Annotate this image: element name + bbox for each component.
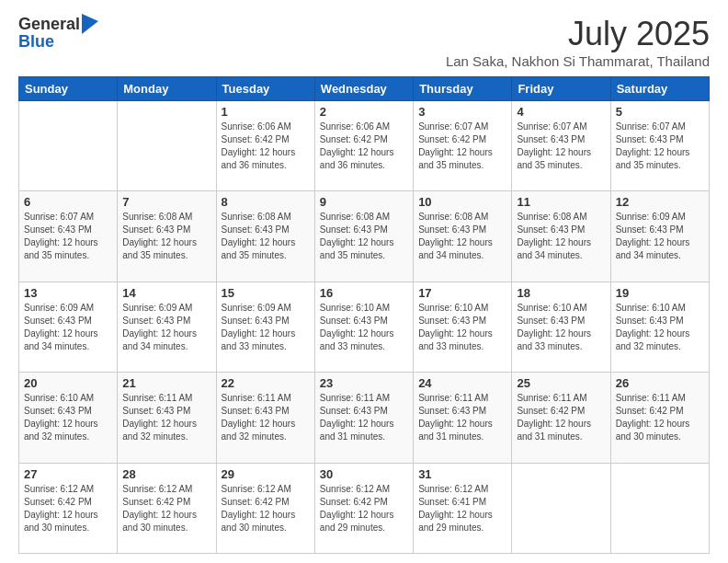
- day-number: 9: [320, 195, 408, 209]
- day-info: Sunrise: 6:06 AM Sunset: 6:42 PM Dayligh…: [222, 121, 310, 172]
- calendar-cell: 25Sunrise: 6:11 AM Sunset: 6:42 PM Dayli…: [512, 373, 610, 463]
- day-info: Sunrise: 6:10 AM Sunset: 6:43 PM Dayligh…: [320, 302, 408, 353]
- day-number: 12: [616, 195, 704, 209]
- day-info: Sunrise: 6:07 AM Sunset: 6:42 PM Dayligh…: [418, 121, 506, 172]
- weekday-header-thursday: Thursday: [414, 77, 512, 101]
- calendar-week-row: 20Sunrise: 6:10 AM Sunset: 6:43 PM Dayli…: [19, 373, 710, 463]
- weekday-header-sunday: Sunday: [19, 77, 118, 101]
- calendar-cell: 14Sunrise: 6:09 AM Sunset: 6:43 PM Dayli…: [118, 282, 216, 372]
- calendar-cell: [610, 463, 709, 553]
- calendar-cell: 6Sunrise: 6:07 AM Sunset: 6:43 PM Daylig…: [19, 191, 118, 282]
- weekday-header-friday: Friday: [512, 77, 610, 101]
- day-info: Sunrise: 6:10 AM Sunset: 6:43 PM Dayligh…: [418, 302, 506, 353]
- calendar-cell: 8Sunrise: 6:08 AM Sunset: 6:43 PM Daylig…: [216, 191, 314, 282]
- day-info: Sunrise: 6:07 AM Sunset: 6:43 PM Dayligh…: [517, 121, 605, 172]
- day-info: Sunrise: 6:09 AM Sunset: 6:43 PM Dayligh…: [24, 302, 112, 353]
- day-number: 6: [24, 195, 112, 209]
- day-info: Sunrise: 6:10 AM Sunset: 6:43 PM Dayligh…: [517, 302, 605, 353]
- calendar-cell: 13Sunrise: 6:09 AM Sunset: 6:43 PM Dayli…: [19, 282, 118, 372]
- calendar-cell: 21Sunrise: 6:11 AM Sunset: 6:43 PM Dayli…: [118, 373, 216, 463]
- calendar-cell: 7Sunrise: 6:08 AM Sunset: 6:43 PM Daylig…: [118, 191, 216, 282]
- day-number: 17: [418, 286, 506, 300]
- calendar-week-row: 27Sunrise: 6:12 AM Sunset: 6:42 PM Dayli…: [19, 463, 710, 553]
- calendar-table: SundayMondayTuesdayWednesdayThursdayFrid…: [18, 76, 710, 554]
- day-number: 20: [24, 376, 112, 390]
- day-number: 21: [122, 376, 210, 390]
- calendar-cell: 28Sunrise: 6:12 AM Sunset: 6:42 PM Dayli…: [118, 463, 216, 553]
- day-info: Sunrise: 6:12 AM Sunset: 6:42 PM Dayligh…: [320, 483, 408, 534]
- calendar-cell: 26Sunrise: 6:11 AM Sunset: 6:42 PM Dayli…: [610, 373, 709, 463]
- day-number: 13: [24, 286, 112, 300]
- calendar-cell: 18Sunrise: 6:10 AM Sunset: 6:43 PM Dayli…: [512, 282, 610, 372]
- calendar-week-row: 1Sunrise: 6:06 AM Sunset: 6:42 PM Daylig…: [19, 101, 710, 191]
- day-number: 2: [320, 105, 408, 119]
- calendar-cell: 17Sunrise: 6:10 AM Sunset: 6:43 PM Dayli…: [414, 282, 512, 372]
- day-number: 29: [222, 467, 310, 481]
- header: General Blue July 2025 Lan Saka, Nakhon …: [18, 15, 710, 69]
- day-info: Sunrise: 6:11 AM Sunset: 6:42 PM Dayligh…: [517, 392, 605, 443]
- day-number: 23: [320, 376, 408, 390]
- calendar-cell: 15Sunrise: 6:09 AM Sunset: 6:43 PM Dayli…: [216, 282, 314, 372]
- day-info: Sunrise: 6:06 AM Sunset: 6:42 PM Dayligh…: [320, 121, 408, 172]
- calendar-cell: [19, 101, 118, 191]
- day-number: 22: [222, 376, 310, 390]
- logo-blue-text: Blue: [18, 32, 98, 52]
- day-info: Sunrise: 6:08 AM Sunset: 6:43 PM Dayligh…: [320, 211, 408, 262]
- day-number: 10: [418, 195, 506, 209]
- calendar-cell: 22Sunrise: 6:11 AM Sunset: 6:43 PM Dayli…: [216, 373, 314, 463]
- calendar-cell: 2Sunrise: 6:06 AM Sunset: 6:42 PM Daylig…: [314, 101, 413, 191]
- calendar-cell: [512, 463, 610, 553]
- day-number: 4: [517, 105, 605, 119]
- calendar-cell: 16Sunrise: 6:10 AM Sunset: 6:43 PM Dayli…: [314, 282, 413, 372]
- weekday-header-saturday: Saturday: [610, 77, 709, 101]
- title-block: July 2025 Lan Saka, Nakhon Si Thammarat,…: [446, 15, 710, 69]
- day-info: Sunrise: 6:11 AM Sunset: 6:43 PM Dayligh…: [320, 392, 408, 443]
- day-number: 24: [418, 376, 506, 390]
- day-number: 31: [418, 467, 506, 481]
- day-info: Sunrise: 6:09 AM Sunset: 6:43 PM Dayligh…: [616, 211, 704, 262]
- day-info: Sunrise: 6:08 AM Sunset: 6:43 PM Dayligh…: [222, 211, 310, 262]
- day-number: 14: [122, 286, 210, 300]
- day-info: Sunrise: 6:08 AM Sunset: 6:43 PM Dayligh…: [418, 211, 506, 262]
- calendar-week-row: 13Sunrise: 6:09 AM Sunset: 6:43 PM Dayli…: [19, 282, 710, 372]
- month-title: July 2025: [446, 15, 710, 53]
- calendar-cell: 3Sunrise: 6:07 AM Sunset: 6:42 PM Daylig…: [414, 101, 512, 191]
- calendar-cell: 31Sunrise: 6:12 AM Sunset: 6:41 PM Dayli…: [414, 463, 512, 553]
- day-info: Sunrise: 6:12 AM Sunset: 6:41 PM Dayligh…: [418, 483, 506, 534]
- logo: General Blue: [18, 15, 98, 52]
- page: General Blue July 2025 Lan Saka, Nakhon …: [0, 0, 728, 563]
- calendar-cell: 5Sunrise: 6:07 AM Sunset: 6:43 PM Daylig…: [610, 101, 709, 191]
- day-info: Sunrise: 6:12 AM Sunset: 6:42 PM Dayligh…: [122, 483, 210, 534]
- logo-general-text: General: [18, 15, 80, 34]
- weekday-header-wednesday: Wednesday: [314, 77, 413, 101]
- calendar-cell: 4Sunrise: 6:07 AM Sunset: 6:43 PM Daylig…: [512, 101, 610, 191]
- day-info: Sunrise: 6:10 AM Sunset: 6:43 PM Dayligh…: [24, 392, 112, 443]
- calendar-cell: [118, 101, 216, 191]
- day-info: Sunrise: 6:12 AM Sunset: 6:42 PM Dayligh…: [222, 483, 310, 534]
- day-number: 3: [418, 105, 506, 119]
- calendar-cell: 29Sunrise: 6:12 AM Sunset: 6:42 PM Dayli…: [216, 463, 314, 553]
- day-number: 27: [24, 467, 112, 481]
- calendar-cell: 11Sunrise: 6:08 AM Sunset: 6:43 PM Dayli…: [512, 191, 610, 282]
- calendar-cell: 20Sunrise: 6:10 AM Sunset: 6:43 PM Dayli…: [19, 373, 118, 463]
- day-info: Sunrise: 6:09 AM Sunset: 6:43 PM Dayligh…: [222, 302, 310, 353]
- day-number: 25: [517, 376, 605, 390]
- calendar-cell: 12Sunrise: 6:09 AM Sunset: 6:43 PM Dayli…: [610, 191, 709, 282]
- day-info: Sunrise: 6:08 AM Sunset: 6:43 PM Dayligh…: [122, 211, 210, 262]
- weekday-header-tuesday: Tuesday: [216, 77, 314, 101]
- day-number: 5: [616, 105, 704, 119]
- calendar-cell: 1Sunrise: 6:06 AM Sunset: 6:42 PM Daylig…: [216, 101, 314, 191]
- day-number: 11: [517, 195, 605, 209]
- svg-marker-0: [82, 14, 98, 34]
- day-info: Sunrise: 6:11 AM Sunset: 6:42 PM Dayligh…: [616, 392, 704, 443]
- day-info: Sunrise: 6:12 AM Sunset: 6:42 PM Dayligh…: [24, 483, 112, 534]
- calendar-cell: 23Sunrise: 6:11 AM Sunset: 6:43 PM Dayli…: [314, 373, 413, 463]
- day-number: 8: [222, 195, 310, 209]
- calendar-week-row: 6Sunrise: 6:07 AM Sunset: 6:43 PM Daylig…: [19, 191, 710, 282]
- day-number: 26: [616, 376, 704, 390]
- weekday-header-row: SundayMondayTuesdayWednesdayThursdayFrid…: [19, 77, 710, 101]
- day-number: 7: [122, 195, 210, 209]
- location-title: Lan Saka, Nakhon Si Thammarat, Thailand: [446, 53, 710, 69]
- day-info: Sunrise: 6:11 AM Sunset: 6:43 PM Dayligh…: [418, 392, 506, 443]
- weekday-header-monday: Monday: [118, 77, 216, 101]
